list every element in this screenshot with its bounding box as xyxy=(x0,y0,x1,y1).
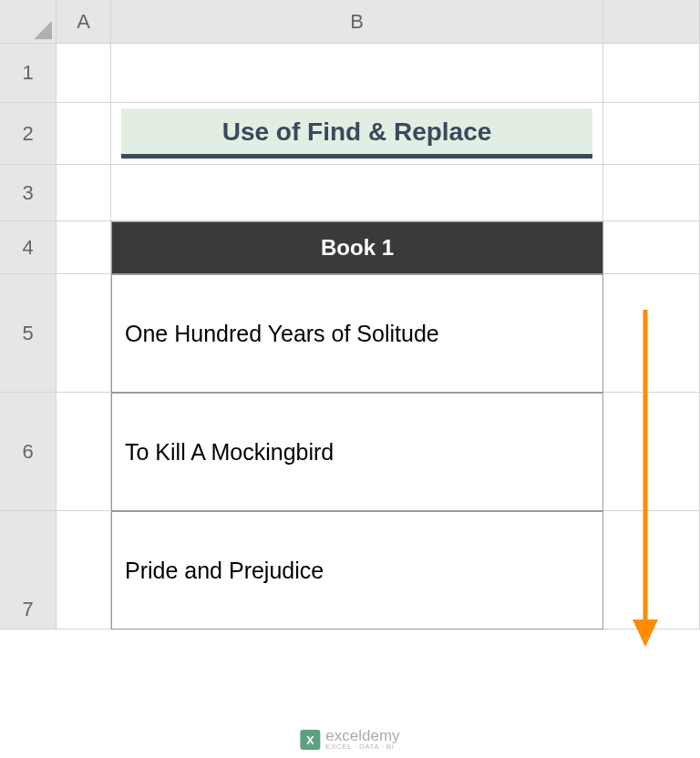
cell-c1[interactable] xyxy=(603,44,700,103)
arrow-down-icon xyxy=(627,310,664,647)
cell-a2[interactable] xyxy=(57,103,111,165)
cell-a6[interactable] xyxy=(57,393,111,511)
select-all-corner[interactable] xyxy=(0,0,57,44)
cell-a5[interactable] xyxy=(57,274,111,393)
column-header-b[interactable]: B xyxy=(111,0,603,44)
cell-b2-title[interactable]: Use of Find & Replace xyxy=(111,103,603,165)
spreadsheet-grid: A B 1 2 Use of Find & Replace 3 4 Book 1… xyxy=(0,0,700,630)
row-header-6[interactable]: 6 xyxy=(0,393,57,511)
row-header-7[interactable]: 7 xyxy=(0,511,57,630)
table-header[interactable]: Book 1 xyxy=(111,221,603,274)
cell-c3[interactable] xyxy=(603,165,700,221)
column-header-a[interactable]: A xyxy=(57,0,111,44)
row-header-5[interactable]: 5 xyxy=(0,274,57,393)
cell-b3[interactable] xyxy=(111,165,603,221)
cell-a4[interactable] xyxy=(57,221,111,274)
cell-a1[interactable] xyxy=(57,44,111,103)
cell-a7[interactable] xyxy=(57,511,111,630)
row-header-1[interactable]: 1 xyxy=(0,44,57,103)
cell-b1[interactable] xyxy=(111,44,603,103)
row-header-4[interactable]: 4 xyxy=(0,221,57,274)
page-title: Use of Find & Replace xyxy=(121,108,592,159)
row-header-2[interactable]: 2 xyxy=(0,103,57,165)
cell-c2[interactable] xyxy=(603,103,700,165)
watermark: exceldemy EXCEL · DATA · BI xyxy=(300,728,399,751)
watermark-name: exceldemy xyxy=(325,728,399,743)
column-header-empty[interactable] xyxy=(603,0,700,44)
table-row[interactable]: One Hundred Years of Solitude xyxy=(111,274,603,393)
cell-a3[interactable] xyxy=(57,165,111,221)
row-header-3[interactable]: 3 xyxy=(0,165,57,221)
table-row[interactable]: Pride and Prejudice xyxy=(111,511,603,630)
cell-c4[interactable] xyxy=(603,221,700,274)
watermark-tagline: EXCEL · DATA · BI xyxy=(325,743,399,751)
excel-logo-icon xyxy=(300,730,320,750)
table-row[interactable]: To Kill A Mockingbird xyxy=(111,393,603,511)
